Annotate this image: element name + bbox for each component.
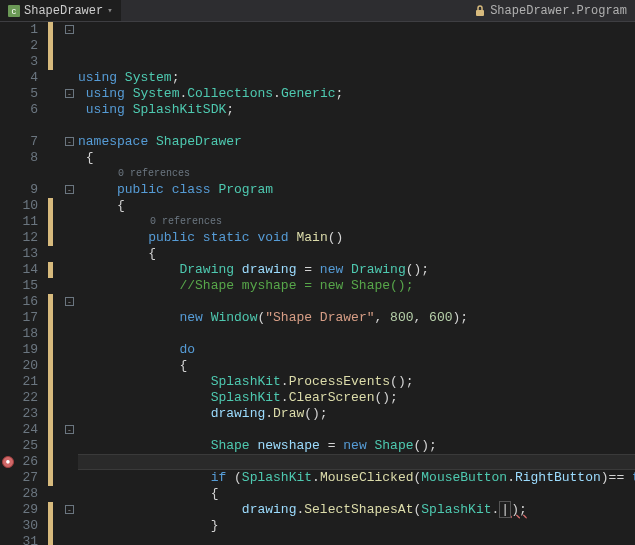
code-line[interactable]: //Shape myshape = new Shape(); <box>78 278 635 294</box>
line-number: 21 <box>0 374 38 390</box>
code-line[interactable]: Shape newshape = new Shape(); <box>78 438 635 454</box>
fold-toggle[interactable]: - <box>65 425 74 434</box>
line-number: 13 <box>0 246 38 262</box>
line-number: 10 <box>0 198 38 214</box>
line-number: 20 <box>0 358 38 374</box>
code-line[interactable]: { <box>78 358 635 374</box>
codelens-references[interactable]: 0 references <box>78 166 635 182</box>
svg-text:C: C <box>12 7 17 16</box>
line-number: 27 <box>0 470 38 486</box>
change-marker <box>48 502 53 545</box>
change-marker <box>48 262 53 278</box>
line-number: 18 <box>0 326 38 342</box>
code-line[interactable]: if (SplashKit.MouseClicked(MouseButton.R… <box>78 470 635 486</box>
change-markers <box>48 22 64 545</box>
line-number: 28 <box>0 486 38 502</box>
chevron-down-icon[interactable]: ▾ <box>107 5 112 16</box>
line-number: 19 <box>0 342 38 358</box>
line-number: 15 <box>0 278 38 294</box>
fold-toggle[interactable]: - <box>65 297 74 306</box>
error-icon[interactable]: ● <box>2 456 14 468</box>
fold-gutter: ------- <box>64 22 78 545</box>
code-line[interactable]: using System.Collections.Generic; <box>78 86 635 102</box>
code-line[interactable] <box>78 294 635 310</box>
code-line[interactable]: { <box>78 150 635 166</box>
code-area[interactable]: using System; using System.Collections.G… <box>78 22 635 545</box>
tab-active[interactable]: C ShapeDrawer ▾ <box>0 0 121 21</box>
code-line[interactable]: Drawing drawing = new Drawing(); <box>78 262 635 278</box>
line-number: 2 <box>0 38 38 54</box>
line-number: 3 <box>0 54 38 70</box>
code-line[interactable] <box>78 454 635 470</box>
code-line[interactable]: SplashKit.ProcessEvents(); <box>78 374 635 390</box>
lock-icon <box>474 5 486 17</box>
line-number: 14 <box>0 262 38 278</box>
change-marker <box>48 198 53 246</box>
code-line[interactable]: new Window("Shape Drawer", 800, 600); <box>78 310 635 326</box>
breadcrumb[interactable]: ShapeDrawer.Program <box>474 4 635 18</box>
code-line[interactable]: SplashKit.ClearScreen(); <box>78 390 635 406</box>
line-number: 5 <box>0 86 38 102</box>
line-number: 30 <box>0 518 38 534</box>
change-marker <box>48 22 53 70</box>
tab-bar: C ShapeDrawer ▾ ShapeDrawer.Program <box>0 0 635 22</box>
fold-toggle[interactable]: - <box>65 89 74 98</box>
code-line[interactable] <box>78 118 635 134</box>
line-number: 6 <box>0 102 38 118</box>
code-line[interactable]: using SplashKitSDK; <box>78 102 635 118</box>
line-number: 31 <box>0 534 38 545</box>
fold-toggle[interactable]: - <box>65 505 74 514</box>
line-number: 16 <box>0 294 38 310</box>
line-number: 12 <box>0 230 38 246</box>
codelens-references[interactable]: 0 references <box>78 214 635 230</box>
code-line[interactable]: drawing.SelectShapesAt(SplashKit.|); <box>78 502 635 518</box>
code-editor[interactable]: ● 12345678910111213141516171819202122232… <box>0 22 635 545</box>
code-line[interactable]: public static void Main() <box>78 230 635 246</box>
code-line[interactable]: public class Program <box>78 182 635 198</box>
change-marker <box>48 294 53 486</box>
code-line[interactable]: { <box>78 198 635 214</box>
line-number: 9 <box>0 182 38 198</box>
line-number: 23 <box>0 406 38 422</box>
code-line[interactable]: do <box>78 342 635 358</box>
svg-rect-2 <box>476 10 484 16</box>
code-line[interactable] <box>78 422 635 438</box>
line-number: 8 <box>0 150 38 166</box>
breadcrumb-label: ShapeDrawer.Program <box>490 4 627 18</box>
code-line[interactable]: using System; <box>78 70 635 86</box>
fold-toggle[interactable]: - <box>65 137 74 146</box>
code-line[interactable]: } <box>78 518 635 534</box>
line-number: 25 <box>0 438 38 454</box>
line-number: 17 <box>0 310 38 326</box>
line-number: 7 <box>0 134 38 150</box>
fold-toggle[interactable]: - <box>65 25 74 34</box>
line-number: 1 <box>0 22 38 38</box>
code-line[interactable]: { <box>78 486 635 502</box>
tab-label: ShapeDrawer <box>24 4 103 18</box>
code-line[interactable] <box>78 326 635 342</box>
line-number: 4 <box>0 70 38 86</box>
code-line[interactable] <box>78 534 635 545</box>
code-line[interactable]: drawing.Draw(); <box>78 406 635 422</box>
line-number: 22 <box>0 390 38 406</box>
line-number: 11 <box>0 214 38 230</box>
csharp-file-icon: C <box>8 5 20 17</box>
line-number-gutter: ● 12345678910111213141516171819202122232… <box>0 22 48 545</box>
fold-toggle[interactable]: - <box>65 185 74 194</box>
code-line[interactable]: { <box>78 246 635 262</box>
line-number: 29 <box>0 502 38 518</box>
line-number: 24 <box>0 422 38 438</box>
code-line[interactable]: namespace ShapeDrawer <box>78 134 635 150</box>
